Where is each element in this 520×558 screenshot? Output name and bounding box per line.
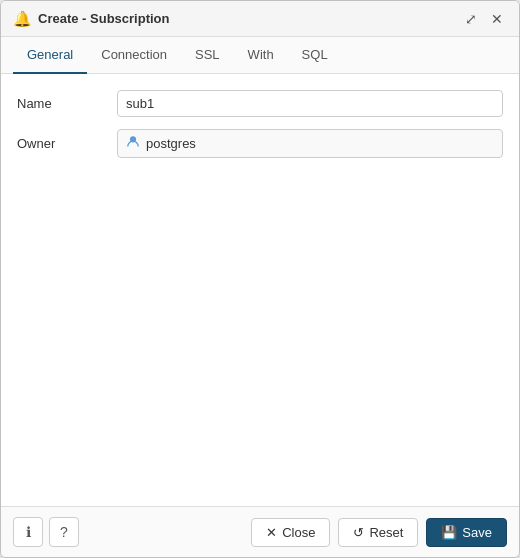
- owner-value: postgres: [146, 136, 196, 151]
- info-button[interactable]: ℹ: [13, 517, 43, 547]
- tab-general[interactable]: General: [13, 37, 87, 74]
- dialog-window: 🔔 Create - Subscription ⤢ ✕ General Conn…: [0, 0, 520, 558]
- tab-connection[interactable]: Connection: [87, 37, 181, 74]
- name-input[interactable]: [117, 90, 503, 117]
- close-button[interactable]: ✕ Close: [251, 518, 330, 547]
- save-icon: 💾: [441, 525, 457, 540]
- footer-right-buttons: ✕ Close ↺ Reset 💾 Save: [251, 518, 507, 547]
- owner-label: Owner: [17, 136, 117, 151]
- owner-icon: [126, 135, 140, 152]
- reset-icon: ↺: [353, 525, 364, 540]
- title-icon: 🔔: [13, 10, 32, 28]
- name-field-wrapper: [117, 90, 503, 117]
- name-label: Name: [17, 96, 117, 111]
- close-label: Close: [282, 525, 315, 540]
- expand-button[interactable]: ⤢: [461, 10, 481, 28]
- title-bar: 🔔 Create - Subscription ⤢ ✕: [1, 1, 519, 37]
- name-row: Name: [17, 90, 503, 117]
- close-icon: ✕: [266, 525, 277, 540]
- form-content: Name Owner postgres: [1, 74, 519, 506]
- tab-with[interactable]: With: [234, 37, 288, 74]
- tab-ssl[interactable]: SSL: [181, 37, 234, 74]
- reset-label: Reset: [369, 525, 403, 540]
- save-button[interactable]: 💾 Save: [426, 518, 507, 547]
- owner-row: Owner postgres: [17, 129, 503, 158]
- reset-button[interactable]: ↺ Reset: [338, 518, 418, 547]
- owner-field-wrapper: postgres: [117, 129, 503, 158]
- close-window-button[interactable]: ✕: [487, 10, 507, 28]
- footer-left-buttons: ℹ ?: [13, 517, 79, 547]
- tab-bar: General Connection SSL With SQL: [1, 37, 519, 74]
- help-button[interactable]: ?: [49, 517, 79, 547]
- tab-sql[interactable]: SQL: [288, 37, 342, 74]
- window-title: Create - Subscription: [38, 11, 461, 26]
- title-controls: ⤢ ✕: [461, 10, 507, 28]
- owner-select[interactable]: postgres: [117, 129, 503, 158]
- save-label: Save: [462, 525, 492, 540]
- footer: ℹ ? ✕ Close ↺ Reset 💾 Save: [1, 506, 519, 557]
